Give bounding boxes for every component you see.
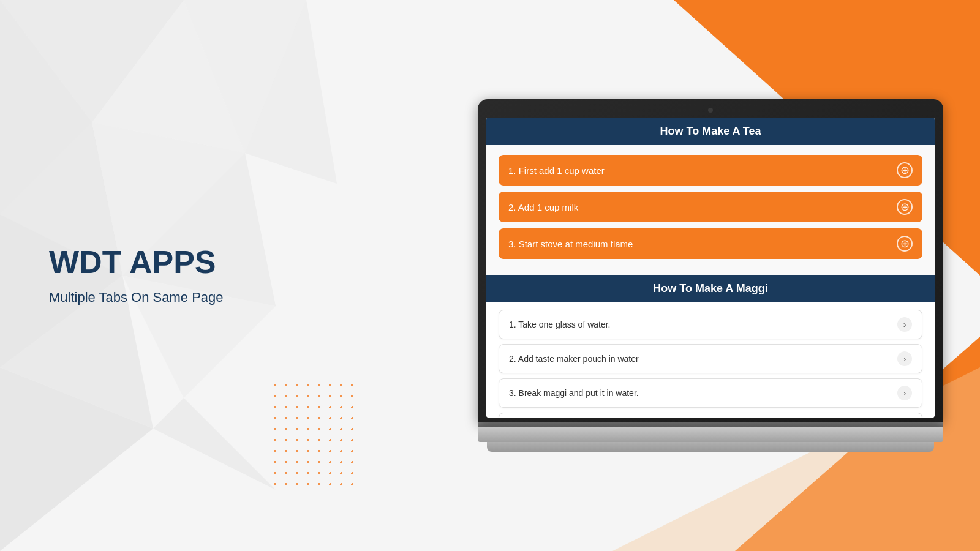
- plus-circle-icon: ⊕: [897, 236, 913, 252]
- left-content: WDT APPS Multiple Tabs On Same Page: [49, 245, 224, 305]
- tea-item[interactable]: 1. First add 1 cup water ⊕: [499, 155, 922, 186]
- tea-section-header: How To Make A Tea: [486, 118, 935, 145]
- laptop-bottom: [487, 442, 934, 452]
- maggi-items-container: 1. Take one glass of water. ›2. Add tast…: [499, 310, 922, 418]
- laptop-wrapper: How To Make A Tea 1. First add 1 cup wat…: [478, 99, 943, 452]
- laptop-screen-bezel: How To Make A Tea 1. First add 1 cup wat…: [478, 99, 943, 422]
- laptop-hinge: [478, 422, 943, 427]
- maggi-item-label: 1. Take one glass of water.: [509, 320, 611, 329]
- maggi-section-header: How To Make A Maggi: [486, 275, 935, 302]
- dot-grid-bottom-left: [270, 380, 361, 490]
- maggi-item[interactable]: 3. Break maggi and put it in water. ›: [499, 378, 922, 408]
- laptop-screen: How To Make A Tea 1. First add 1 cup wat…: [486, 118, 935, 418]
- svg-marker-10: [153, 398, 276, 490]
- chevron-right-icon: ›: [897, 386, 912, 400]
- tea-item-label: 2. Add 1 cup milk: [508, 202, 578, 212]
- maggi-item-label: 3. Break maggi and put it in water.: [509, 388, 639, 398]
- laptop-outer: How To Make A Tea 1. First add 1 cup wat…: [478, 99, 943, 452]
- maggi-item[interactable]: 1. Take one glass of water. ›: [499, 310, 922, 339]
- maggi-item-label: 2. Add taste maker pouch in water: [509, 354, 639, 364]
- tea-section-body: 1. First add 1 cup water ⊕2. Add 1 cup m…: [486, 145, 935, 275]
- maggi-item[interactable]: 5. Boil mixture for 4-5 minutes ›: [499, 413, 922, 418]
- tea-item[interactable]: 2. Add 1 cup milk ⊕: [499, 192, 922, 222]
- plus-circle-icon: ⊕: [897, 199, 913, 215]
- plus-circle-icon: ⊕: [897, 162, 913, 178]
- tea-item[interactable]: 3. Start stove at medium flame ⊕: [499, 228, 922, 259]
- tea-items-container: 1. First add 1 cup water ⊕2. Add 1 cup m…: [499, 155, 922, 259]
- app-title: WDT APPS: [49, 245, 224, 280]
- tea-item-label: 3. Start stove at medium flame: [508, 239, 633, 249]
- chevron-right-icon: ›: [897, 351, 912, 366]
- tea-item-label: 1. First add 1 cup water: [508, 165, 605, 176]
- laptop-base: [478, 427, 943, 442]
- laptop-camera: [708, 108, 713, 113]
- app-subtitle: Multiple Tabs On Same Page: [49, 290, 224, 306]
- maggi-section-body: 1. Take one glass of water. ›2. Add tast…: [486, 302, 935, 418]
- maggi-item[interactable]: 2. Add taste maker pouch in water ›: [499, 344, 922, 373]
- chevron-right-icon: ›: [897, 317, 912, 332]
